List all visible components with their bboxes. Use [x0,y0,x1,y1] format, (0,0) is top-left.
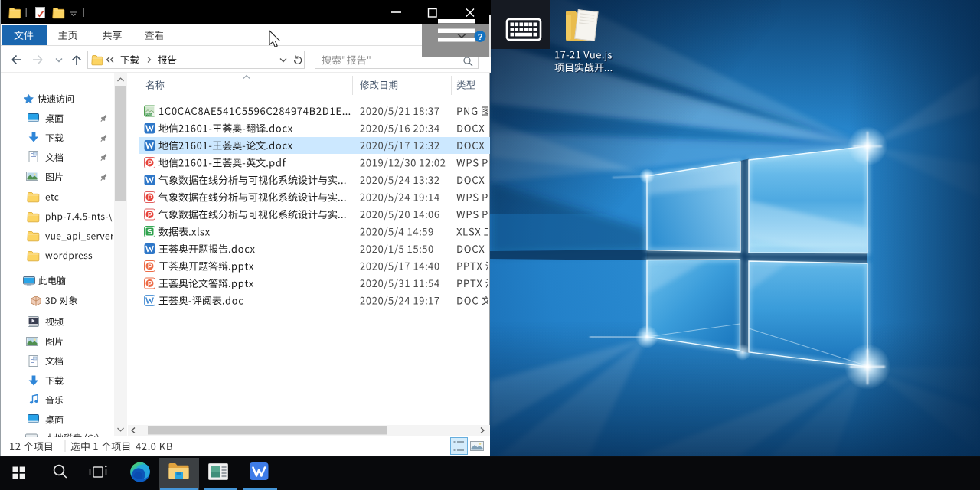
svg-text:?: ? [478,32,483,41]
